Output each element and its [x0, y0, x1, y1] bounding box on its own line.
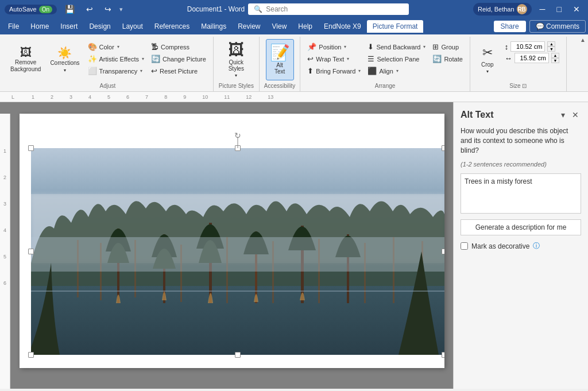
rotate-label: Rotate: [444, 56, 462, 63]
send-backward-button[interactable]: ⬇ Send Backward ▾: [365, 41, 428, 52]
artistic-effects-button[interactable]: ✨ Artistic Effects ▾: [86, 53, 146, 64]
menu-help[interactable]: Help: [292, 20, 318, 33]
reset-picture-button[interactable]: ↩ Reset Picture: [149, 65, 208, 76]
height-input[interactable]: [510, 41, 545, 52]
reset-label: Reset Picture: [160, 68, 198, 75]
alt-text-button[interactable]: 📝 AltText: [266, 39, 294, 80]
redo-button[interactable]: ↪: [101, 5, 115, 14]
menu-references[interactable]: References: [149, 20, 195, 33]
arrange-content: 📌 Position ▾ ↩ Wrap Text ▾ ⬆ Bring Forwa…: [305, 39, 465, 80]
minimize-button[interactable]: ─: [536, 5, 549, 14]
svg-rect-2: [31, 286, 444, 355]
align-button[interactable]: ⬛ Align ▾: [365, 65, 428, 76]
handle-middle-right[interactable]: [442, 249, 444, 254]
share-button[interactable]: Share: [494, 21, 526, 32]
quick-styles-button[interactable]: 🖼 QuickStyles ▾: [222, 39, 250, 80]
send-icon: ⬇: [368, 42, 374, 51]
height-up[interactable]: ▲: [547, 41, 555, 47]
corrections-button[interactable]: ☀️ Corrections ▾: [47, 39, 83, 80]
handle-bottom-right[interactable]: [442, 352, 444, 358]
undo-button[interactable]: ↩: [83, 5, 96, 14]
group-button[interactable]: ⊞ Group: [430, 41, 465, 52]
search-bar[interactable]: 🔍: [248, 3, 409, 15]
width-row: ↔ ▲ ▼: [505, 53, 559, 63]
wrap-label: Wrap Text: [316, 56, 344, 63]
search-input[interactable]: [266, 5, 403, 13]
group-icon: ⊞: [432, 42, 439, 51]
generate-description-button[interactable]: Generate a description for me: [461, 219, 581, 235]
menu-picture-format[interactable]: Picture Format: [367, 20, 424, 33]
mark-decorative-checkbox[interactable]: [461, 242, 468, 250]
compress-pictures-button[interactable]: 🗜 Compress: [149, 41, 208, 52]
rotate-button[interactable]: 🔄 Rotate: [430, 53, 465, 64]
selection-pane-button[interactable]: ☰ Selection Pane: [365, 53, 428, 64]
transparency-button[interactable]: ⬜ Transparency ▾: [86, 65, 146, 76]
alt-text-textarea[interactable]: Trees in a misty forest: [461, 173, 581, 214]
ribbon-group-arrange: 📌 Position ▾ ↩ Wrap Text ▾ ⬆ Bring Forwa…: [300, 37, 470, 91]
quick-styles-arrow: ▾: [235, 73, 237, 78]
change-picture-button[interactable]: 🔄 Change Picture: [149, 53, 208, 64]
menu-layout[interactable]: Layout: [117, 20, 149, 33]
panel-settings-button[interactable]: ▾: [559, 109, 567, 121]
wrap-text-button[interactable]: ↩ Wrap Text ▾: [305, 53, 363, 64]
remove-background-button[interactable]: 🖼 RemoveBackground: [7, 39, 44, 80]
rotate-handle[interactable]: ↻: [233, 131, 242, 140]
height-down[interactable]: ▼: [547, 47, 555, 52]
menu-file[interactable]: File: [2, 20, 25, 33]
document-page: ↻: [20, 114, 444, 368]
remove-bg-icon: 🖼: [20, 47, 32, 58]
customize-arrow[interactable]: ▾: [119, 6, 123, 13]
handle-top-right[interactable]: [442, 145, 444, 151]
panel-title: Alt Text: [461, 110, 493, 120]
artistic-arrow: ▾: [142, 56, 144, 61]
autosave-toggle[interactable]: AutoSave On: [5, 5, 57, 14]
width-icon: ↔: [505, 54, 512, 63]
wrap-arrow: ▾: [347, 56, 349, 61]
size-expand[interactable]: ⊡: [522, 83, 527, 89]
bring-forward-button[interactable]: ⬆ Bring Forward ▾: [305, 65, 363, 76]
bring-label: Bring Forward: [316, 68, 355, 75]
color-icon: 🎨: [88, 42, 97, 51]
menu-review[interactable]: Review: [232, 20, 266, 33]
position-arrow: ▾: [344, 44, 346, 49]
width-input[interactable]: [514, 53, 549, 63]
mark-decorative-label: Mark as decorative: [471, 242, 529, 250]
info-icon[interactable]: ⓘ: [533, 241, 540, 251]
selected-image-container[interactable]: ↻: [31, 148, 444, 355]
width-up[interactable]: ▲: [551, 53, 559, 58]
menu-home[interactable]: Home: [25, 20, 55, 33]
avatar: RB: [517, 4, 527, 14]
document-area: 1 2 3 4 5 6: [0, 102, 453, 389]
alt-text-panel: Alt Text ▾ ✕ How would you describe this…: [453, 102, 588, 389]
menu-insert[interactable]: Insert: [55, 20, 83, 33]
transparency-icon: ⬜: [88, 67, 97, 75]
rotate-icon: 🔄: [432, 55, 442, 63]
crop-button[interactable]: ✂ Crop ▾: [475, 39, 500, 80]
arrange-col1: 📌 Position ▾ ↩ Wrap Text ▾ ⬆ Bring Forwa…: [305, 41, 363, 76]
artistic-label: Artistic Effects: [99, 56, 139, 63]
title-bar: AutoSave On 💾 ↩ ↪ ▾ Document1 - Word 🔍 R…: [0, 0, 588, 18]
menu-mailings[interactable]: Mailings: [195, 20, 232, 33]
handle-top-left[interactable]: [28, 145, 34, 151]
position-icon: 📌: [307, 42, 316, 51]
compress-icon: 🗜: [151, 42, 158, 51]
menu-design[interactable]: Design: [83, 20, 116, 33]
color-button[interactable]: 🎨 Color ▾: [86, 41, 146, 52]
menu-view[interactable]: View: [266, 20, 293, 33]
maximize-button[interactable]: □: [554, 5, 565, 14]
handle-bottom-left[interactable]: [28, 352, 34, 358]
position-button[interactable]: 📌 Position ▾: [305, 41, 363, 52]
panel-close-button[interactable]: ✕: [570, 109, 581, 121]
transparency-label: Transparency: [99, 68, 138, 75]
handle-middle-left[interactable]: [28, 249, 34, 254]
send-arrow: ▾: [423, 44, 425, 49]
ribbon-collapse-button[interactable]: ▲: [580, 37, 586, 43]
comments-button[interactable]: 💬 Comments: [529, 20, 586, 33]
compress-label: Compress: [161, 44, 189, 51]
search-icon: 🔍: [254, 5, 262, 13]
close-button[interactable]: ✕: [570, 5, 583, 14]
handle-bottom-middle[interactable]: [235, 352, 241, 358]
save-button[interactable]: 💾: [61, 5, 78, 14]
menu-endnote[interactable]: EndNote X9: [318, 20, 367, 33]
width-down[interactable]: ▼: [551, 58, 559, 63]
